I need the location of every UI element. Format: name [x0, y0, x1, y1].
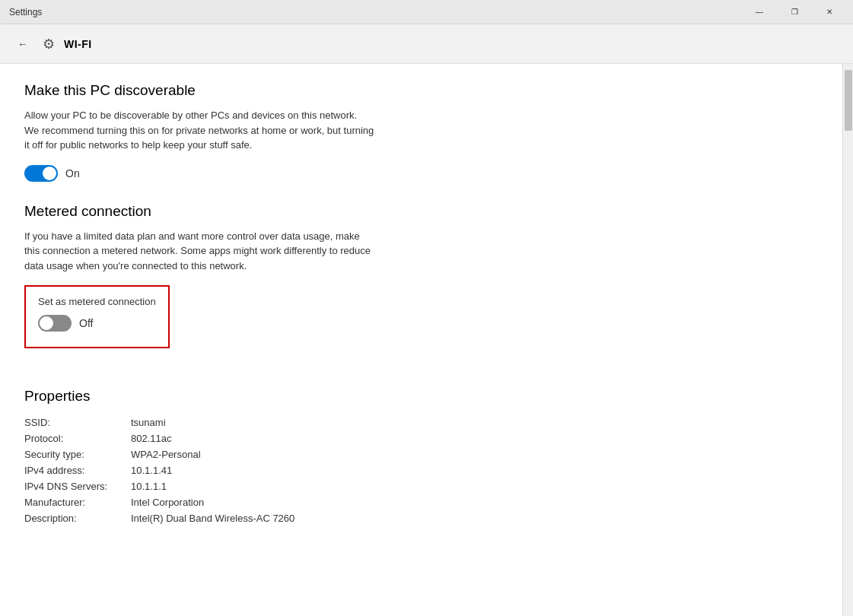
prop-key-ipv4: IPv4 address: — [24, 465, 131, 476]
metered-title: Metered connection — [24, 203, 818, 220]
page-title: WI-FI — [64, 38, 92, 50]
discoverable-section: Make this PC discoverable Allow your PC … — [24, 82, 818, 182]
prop-val-ipv4: 10.1.1.41 — [131, 465, 172, 476]
metered-desc: If you have a limited data plan and want… — [24, 229, 374, 274]
prop-key-ssid: SSID: — [24, 417, 131, 428]
properties-title: Properties — [24, 388, 818, 405]
properties-section: Properties SSID: tsunami Protocol: 802.1… — [24, 388, 818, 524]
metered-connection-box: Set as metered connection Off — [24, 285, 170, 348]
table-row: Protocol: 802.11ac — [24, 433, 818, 444]
metered-section: Metered connection If you have a limited… — [24, 203, 818, 367]
table-row: SSID: tsunami — [24, 417, 818, 428]
discoverable-toggle-knob — [43, 167, 56, 180]
restore-button[interactable]: ❐ — [777, 0, 812, 24]
scrollbar-thumb[interactable] — [845, 70, 852, 131]
header-bar: ← ⚙ WI-FI — [0, 24, 853, 64]
prop-key-description: Description: — [24, 513, 131, 524]
metered-box-label: Set as metered connection — [38, 296, 156, 307]
prop-val-dns: 10.1.1.1 — [131, 481, 167, 492]
prop-val-description: Intel(R) Dual Band Wireless-AC 7260 — [131, 513, 294, 524]
discoverable-toggle[interactable] — [24, 165, 58, 182]
titlebar-controls: — ❐ ✕ — [742, 0, 847, 24]
prop-key-security: Security type: — [24, 449, 131, 460]
close-button[interactable]: ✕ — [812, 0, 847, 24]
prop-val-protocol: 802.11ac — [131, 433, 172, 444]
window: Settings — ❐ ✕ ← ⚙ WI-FI Make this PC di… — [0, 0, 853, 616]
wifi-gear-icon: ⚙ — [43, 36, 55, 52]
metered-toggle-row: Off — [38, 315, 156, 332]
discoverable-desc: Allow your PC to be discoverable by othe… — [24, 108, 374, 153]
discoverable-title: Make this PC discoverable — [24, 82, 818, 99]
prop-val-ssid: tsunami — [131, 417, 166, 428]
table-row: Security type: WPA2-Personal — [24, 449, 818, 460]
prop-val-security: WPA2-Personal — [131, 449, 201, 460]
table-row: IPv4 DNS Servers: 10.1.1.1 — [24, 481, 818, 492]
scrollbar-track[interactable] — [842, 64, 853, 616]
titlebar: Settings — ❐ ✕ — [0, 0, 853, 24]
metered-toggle-label: Off — [79, 317, 93, 329]
scroll-area: Make this PC discoverable Allow your PC … — [0, 64, 842, 616]
settings-title: Settings — [9, 7, 42, 17]
prop-key-dns: IPv4 DNS Servers: — [24, 481, 131, 492]
prop-key-protocol: Protocol: — [24, 433, 131, 444]
minimize-button[interactable]: — — [742, 0, 777, 24]
prop-key-manufacturer: Manufacturer: — [24, 497, 131, 508]
table-row: Manufacturer: Intel Corporation — [24, 497, 818, 508]
discoverable-toggle-row: On — [24, 165, 818, 182]
table-row: IPv4 address: 10.1.1.41 — [24, 465, 818, 476]
metered-toggle[interactable] — [38, 315, 72, 332]
content-area: Make this PC discoverable Allow your PC … — [0, 64, 853, 616]
metered-toggle-knob — [40, 316, 53, 330]
prop-val-manufacturer: Intel Corporation — [131, 497, 204, 508]
table-row: Description: Intel(R) Dual Band Wireless… — [24, 513, 818, 524]
back-arrow-icon: ← — [18, 38, 28, 50]
discoverable-toggle-label: On — [65, 167, 80, 179]
back-button[interactable]: ← — [12, 33, 33, 55]
titlebar-left: Settings — [9, 7, 42, 17]
